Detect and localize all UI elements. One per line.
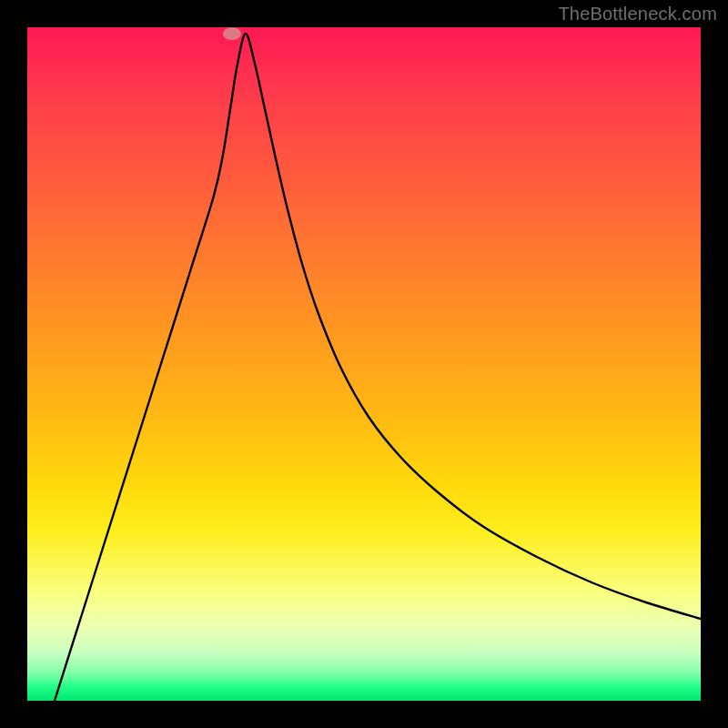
bottleneck-curve	[55, 34, 701, 701]
chart-frame: TheBottleneck.com	[0, 0, 728, 728]
optimum-marker	[223, 27, 241, 40]
attribution-text: TheBottleneck.com	[558, 4, 717, 25]
plot-area	[27, 27, 701, 701]
curve-layer	[27, 27, 701, 701]
